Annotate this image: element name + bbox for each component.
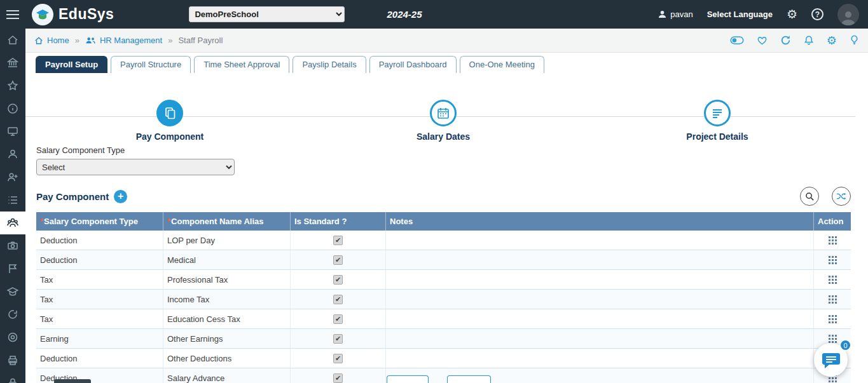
notifications-bell-icon[interactable]: [804, 35, 814, 46]
refresh-icon[interactable]: [780, 35, 791, 46]
is-standard-checkbox[interactable]: ✔: [333, 275, 343, 285]
salary-component-type-label: Salary Component Type: [36, 145, 857, 155]
breadcrumb-home[interactable]: Home: [34, 36, 69, 45]
partial-bottom-button-2[interactable]: [447, 375, 491, 383]
cell-salary-component-type: Deduction: [36, 349, 163, 368]
add-pay-component-button[interactable]: +: [114, 190, 127, 203]
cell-salary-component-type: Tax: [36, 309, 163, 328]
favorites-heart-icon[interactable]: [757, 36, 768, 46]
cell-is-standard: ✔: [291, 250, 386, 269]
hamburger-menu-icon[interactable]: [0, 0, 25, 29]
sidebar-item-home[interactable]: [0, 29, 25, 51]
left-sidebar: [0, 29, 25, 383]
step-label: Project Details: [660, 131, 775, 142]
theme-toggle-icon[interactable]: [730, 36, 744, 44]
main-content: Home » HR Management » Staff Payroll ⚙ P…: [25, 29, 868, 383]
is-standard-checkbox[interactable]: ✔: [333, 373, 343, 383]
tab-time-sheet-approval[interactable]: Time Sheet Approval: [194, 56, 289, 73]
step-project-details[interactable]: Project Details: [660, 100, 775, 142]
tab-payroll-dashboard[interactable]: Payroll Dashboard: [369, 56, 457, 73]
breadcrumb: Home » HR Management » Staff Payroll ⚙: [25, 29, 868, 53]
graduation-cap-icon: [7, 286, 18, 297]
payroll-tabs: Payroll Setup Payroll Structure Time She…: [25, 53, 868, 73]
table-row[interactable]: Tax Professional Tax ✔: [36, 270, 851, 290]
header-component-name-alias: *Component Name Alias: [163, 212, 291, 231]
table-row[interactable]: Deduction Medical ✔: [36, 250, 851, 270]
search-button[interactable]: [800, 187, 819, 206]
table-row[interactable]: Tax Education Cess Tax ✔: [36, 309, 851, 329]
step-pay-component[interactable]: Pay Component: [113, 100, 227, 142]
partial-bottom-element[interactable]: [54, 379, 91, 383]
select-language-button[interactable]: Select Language: [707, 10, 773, 19]
pay-component-title: Pay Component: [36, 191, 109, 202]
is-standard-checkbox[interactable]: ✔: [333, 255, 343, 265]
project-list-icon: [711, 107, 724, 119]
cell-notes: [386, 270, 814, 289]
breadcrumb-separator: »: [168, 36, 172, 45]
sidebar-item-history[interactable]: [0, 303, 25, 326]
tab-payroll-structure[interactable]: Payroll Structure: [111, 56, 191, 73]
academic-year: 2024-25: [366, 9, 443, 20]
sidebar-item-add-user[interactable]: [0, 166, 25, 189]
shuffle-button[interactable]: [832, 187, 851, 206]
cell-action: [814, 290, 851, 309]
drag-grid-icon[interactable]: [829, 236, 837, 245]
drag-grid-icon[interactable]: [829, 295, 837, 304]
table-row[interactable]: Deduction Salary Advance ✔: [36, 368, 851, 383]
drag-grid-icon[interactable]: [829, 315, 837, 323]
drag-grid-icon[interactable]: [829, 276, 837, 284]
sidebar-item-star[interactable]: [0, 74, 25, 97]
cell-salary-component-type: Deduction: [36, 250, 163, 269]
info-icon: [7, 103, 18, 114]
sidebar-item-flag[interactable]: [0, 257, 25, 280]
username: pavan: [670, 10, 692, 19]
is-standard-checkbox[interactable]: ✔: [333, 295, 343, 304]
table-row[interactable]: Earning Other Earnings ✔: [36, 329, 851, 349]
pay-component-section-head: Pay Component +: [25, 175, 868, 211]
help-icon[interactable]: ?: [811, 8, 823, 20]
is-standard-checkbox[interactable]: ✔: [333, 314, 343, 324]
chat-widget-button[interactable]: 0: [814, 343, 848, 377]
salary-component-type-select[interactable]: Select: [36, 159, 235, 175]
settings-gear-icon[interactable]: ⚙: [787, 8, 797, 20]
idea-lightbulb-icon[interactable]: [850, 35, 859, 46]
partial-bottom-button-1[interactable]: [387, 375, 429, 383]
home-icon: [34, 36, 43, 45]
is-standard-checkbox[interactable]: ✔: [333, 334, 343, 344]
sidebar-item-camera[interactable]: [0, 234, 25, 257]
sidebar-item-records[interactable]: [0, 326, 25, 349]
is-standard-checkbox[interactable]: ✔: [333, 354, 343, 363]
star-icon: [7, 80, 18, 91]
table-row[interactable]: Deduction LOP per Day ✔: [36, 231, 851, 250]
sidebar-item-courses[interactable]: [0, 280, 25, 303]
drag-grid-icon[interactable]: [829, 256, 837, 264]
tab-payslip-details[interactable]: Payslip Details: [293, 56, 366, 73]
sidebar-item-lists[interactable]: [0, 189, 25, 212]
school-selector[interactable]: DemoPreSchool: [189, 6, 345, 22]
step-salary-dates[interactable]: Salary Dates: [386, 100, 500, 142]
sidebar-item-student[interactable]: [0, 143, 25, 166]
table-row[interactable]: Deduction Other Deductions ✔: [36, 349, 851, 368]
cell-is-standard: ✔: [291, 368, 386, 383]
table-row[interactable]: Tax Income Tax ✔: [36, 290, 851, 309]
sidebar-item-monitor[interactable]: [0, 120, 25, 143]
breadcrumb-label: Staff Payroll: [178, 36, 223, 45]
tab-one-one-meeting[interactable]: One-One Meeting: [460, 56, 544, 73]
cell-notes: [386, 231, 814, 250]
sidebar-item-security[interactable]: [0, 372, 25, 383]
tab-payroll-setup[interactable]: Payroll Setup: [36, 56, 107, 73]
breadcrumb-hr-management[interactable]: HR Management: [85, 36, 162, 45]
is-standard-checkbox[interactable]: ✔: [333, 236, 343, 245]
avatar[interactable]: [837, 4, 859, 25]
sidebar-item-institution[interactable]: [0, 51, 25, 74]
user-menu[interactable]: pavan: [658, 10, 692, 19]
table-body: Deduction LOP per Day ✔ Deduction Medica…: [36, 231, 851, 383]
settings-gear-icon[interactable]: ⚙: [827, 34, 837, 48]
drag-grid-icon[interactable]: [829, 335, 837, 343]
sidebar-item-staff-group[interactable]: [0, 212, 25, 234]
person-icon: [7, 149, 18, 160]
filter-area: Salary Component Type Select: [25, 142, 868, 175]
sidebar-item-info[interactable]: [0, 97, 25, 120]
cell-action: [814, 231, 851, 250]
sidebar-item-printer[interactable]: [0, 349, 25, 372]
